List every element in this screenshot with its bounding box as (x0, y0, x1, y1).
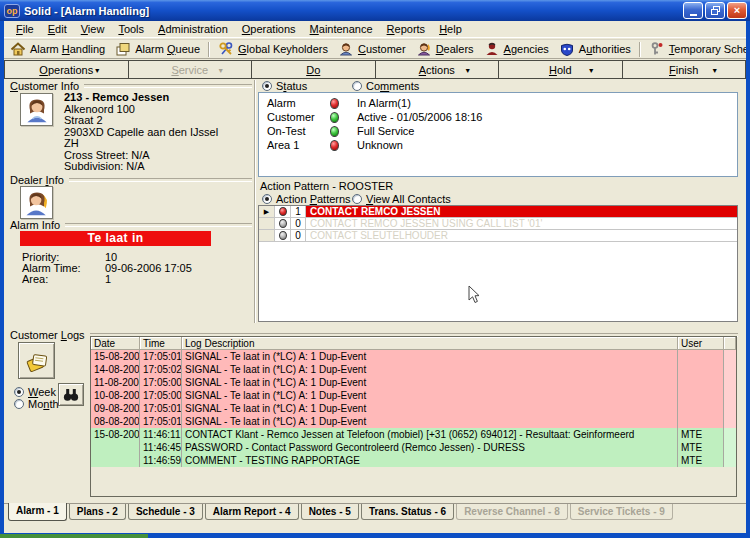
menu-item-edit[interactable]: Edit (41, 22, 74, 36)
toolbar-alarm-queue-button[interactable]: Alarm Queue (110, 40, 205, 58)
window-title: Solid - [Alarm Handling] (24, 5, 683, 17)
log-row[interactable]: 11:46:45 PASSWORD - Contact Password Gec… (91, 441, 736, 454)
column-header-description[interactable]: Log Description (182, 337, 678, 350)
toolbar-global-keyholders-button[interactable]: Global Keyholders (213, 40, 333, 58)
status-row-on-test[interactable]: On-Test Full Service (259, 124, 737, 138)
do-button[interactable]: Do (251, 60, 376, 79)
close-icon: × (734, 5, 740, 16)
search-logs-button[interactable] (58, 383, 84, 406)
menu-item-file[interactable]: File (9, 22, 41, 36)
tab-alarm-report[interactable]: Alarm Report - 4 (205, 504, 299, 520)
status-radio[interactable]: Status (262, 80, 307, 92)
dealers-icon (416, 41, 432, 57)
log-row[interactable]: 14-08-2006 17:05:02 SIGNAL - Te laat in … (91, 363, 736, 376)
customer-address-line: Straat 2 (64, 115, 218, 127)
menu-item-help[interactable]: Help (432, 22, 469, 36)
tab-schedule[interactable]: Schedule - 3 (128, 504, 203, 520)
log-scrollbar[interactable] (724, 350, 736, 363)
log-user (678, 389, 724, 402)
log-row[interactable]: 08-08-2006 17:05:01 SIGNAL - Te laat in … (91, 415, 736, 428)
status-row-label: Alarm (259, 97, 323, 109)
status-row-label: Area 1 (259, 139, 323, 151)
status-row-label: Customer (259, 111, 323, 123)
log-description: SIGNAL - Te laat in (*LC) A: 1 Dup-Event (182, 363, 678, 376)
menu-item-maintenance[interactable]: Maintenance (303, 22, 380, 36)
menu-item-administration[interactable]: Administration (151, 22, 235, 36)
action-patterns-radio-label: Action Patterns (276, 193, 351, 205)
week-radio[interactable]: Week (14, 386, 56, 398)
finish-button[interactable]: Finish ▼ (622, 60, 747, 79)
button-label: Hold (549, 64, 572, 76)
tab-alarm[interactable]: Alarm - 1 (8, 503, 67, 521)
view-all-contacts-radio[interactable]: View All Contacts (352, 193, 451, 205)
menu-item-reports[interactable]: Reports (380, 22, 433, 36)
log-scrollbar[interactable] (724, 415, 736, 428)
column-header-time[interactable]: Time (140, 337, 182, 350)
log-row[interactable]: 11-08-2006 17:05:00 SIGNAL - Te laat in … (91, 376, 736, 389)
status-row-alarm[interactable]: Alarm In Alarm(1) (259, 96, 737, 110)
keys-icon (218, 41, 234, 57)
column-header-date[interactable]: Date (91, 337, 140, 350)
open-logs-button[interactable] (18, 342, 55, 379)
log-scrollbar[interactable] (724, 402, 736, 415)
toolbar-customer-button[interactable]: Customer (333, 40, 411, 58)
contact-row[interactable]: 0 CONTACT SLEUTELHOUDER (259, 230, 737, 242)
log-scrollbar[interactable] (724, 441, 736, 454)
log-scrollbar[interactable] (724, 363, 736, 376)
status-row-area1[interactable]: Area 1 Unknown (259, 138, 737, 152)
toolbar-agencies-button[interactable]: Agencies (479, 40, 554, 58)
log-row[interactable]: 09-08-2006 17:05:01 SIGNAL - Te laat in … (91, 402, 736, 415)
contact-row[interactable]: ▶ 1 CONTACT REMCO JESSEN (259, 206, 737, 218)
action-pattern-title: Action Pattern - ROOSTER (260, 180, 393, 192)
contact-row[interactable]: 0 CONTACT REMCO JESSEN USING CALL LIST '… (259, 218, 737, 230)
log-scrollbar[interactable] (724, 376, 736, 389)
toolbar-alarm-handling-button[interactable]: Alarm Handling (5, 40, 110, 58)
tab-trans-status[interactable]: Trans. Status - 6 (361, 504, 454, 520)
log-time: 11:46:11 (140, 428, 182, 441)
log-row[interactable]: 11:46:59 COMMENT - TESTING RAPPORTAGE MT… (91, 454, 736, 467)
dealer-avatar-button[interactable] (20, 186, 53, 219)
hold-button[interactable]: Hold ▼ (498, 60, 623, 79)
comments-radio[interactable]: Comments (352, 80, 419, 92)
log-scrollbar[interactable] (724, 428, 736, 441)
app-window: op Solid - [Alarm Handling] × File Edit … (0, 0, 750, 538)
log-row[interactable]: 15-08-2006 17:05:01 SIGNAL - Te laat in … (91, 350, 736, 363)
close-window-button[interactable]: × (727, 2, 747, 19)
toolbar-label: Alarm Handling (30, 43, 105, 55)
log-row[interactable]: 15-08-2006 11:46:11 CONTACT Klant - Remc… (91, 428, 736, 441)
actions-button[interactable]: Actions ▼ (375, 60, 500, 79)
status-row-text: Unknown (345, 139, 403, 151)
action-patterns-radio[interactable]: Action Patterns (262, 193, 351, 205)
title-bar[interactable]: op Solid - [Alarm Handling] × (0, 0, 750, 21)
restore-button[interactable] (705, 2, 725, 19)
log-date: 11-08-2006 (91, 376, 140, 389)
column-header-user[interactable]: User (678, 337, 724, 350)
window-border-left (0, 21, 4, 538)
dropdown-arrow-icon: ▼ (588, 67, 595, 74)
log-date: 10-08-2006 (91, 389, 140, 402)
operations-button[interactable]: Operations ▼ (4, 60, 129, 79)
menu-item-tools[interactable]: Tools (111, 22, 151, 36)
tab-plans[interactable]: Plans - 2 (69, 504, 126, 520)
toolbar-temporary-schedule-button[interactable]: Temporary Schedule (644, 40, 750, 58)
month-radio[interactable]: Month (14, 398, 59, 410)
agencies-icon (484, 41, 500, 57)
minimize-button[interactable] (683, 2, 703, 19)
dropdown-arrow-icon: ▼ (217, 67, 224, 74)
log-row[interactable]: 10-08-2006 17:05:00 SIGNAL - Te laat in … (91, 389, 736, 402)
toolbar-dealers-button[interactable]: Dealers (411, 40, 479, 58)
tab-notes[interactable]: Notes - 5 (301, 504, 359, 520)
customer-avatar-icon (23, 96, 51, 124)
status-row-customer[interactable]: Customer Active - 01/05/2006 18:16 (259, 110, 737, 124)
log-scrollbar[interactable] (724, 454, 736, 467)
menu-item-view[interactable]: View (74, 22, 112, 36)
log-scrollbar[interactable] (724, 389, 736, 402)
red-light-icon (279, 207, 287, 216)
tab-reverse-channel: Reverse Channel - 8 (456, 504, 568, 520)
menu-item-operations[interactable]: Operations (235, 22, 303, 36)
customer-avatar-button[interactable] (20, 93, 53, 126)
toolbar-label: Dealers (436, 43, 474, 55)
radio-button-icon (262, 81, 272, 91)
toolbar-authorities-button[interactable]: Authorities (554, 40, 636, 58)
log-description: SIGNAL - Te laat in (*LC) A: 1 Dup-Event (182, 402, 678, 415)
